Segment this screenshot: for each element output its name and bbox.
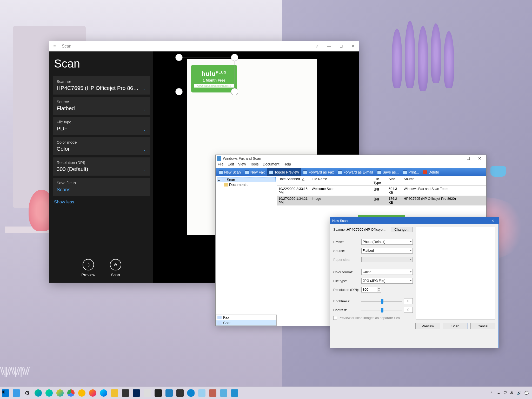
menu-file[interactable]: File: [218, 162, 224, 168]
network-tray-icon[interactable]: 🖧: [510, 391, 514, 395]
maximize-button[interactable]: ☐: [462, 156, 474, 161]
col-type[interactable]: File Type: [372, 176, 387, 185]
dialog-titlebar[interactable]: New Scan ✕: [330, 217, 498, 224]
tray-chevron-icon[interactable]: ＾: [490, 391, 494, 395]
chrome-canary-icon[interactable]: [77, 388, 87, 398]
cmd-icon[interactable]: [153, 388, 163, 398]
settings-icon[interactable]: ⚙: [22, 388, 32, 398]
edge-canary-icon[interactable]: [55, 388, 65, 398]
app-icon[interactable]: [197, 388, 207, 398]
scanner-dropdown[interactable]: Scanner HP4C7695 (HP Officejet Pro 8620 …: [53, 76, 150, 95]
scan-button[interactable]: ⊘ Scan: [110, 259, 121, 277]
new-scan-button[interactable]: New Scan: [217, 168, 243, 176]
profile-select[interactable]: Photo (Default)▾: [361, 239, 413, 245]
powershell-icon[interactable]: [131, 388, 142, 398]
taskbar[interactable]: ⊞ ⚙ ＾ ☁ ⛉ 🖧 🔊 💬: [0, 387, 532, 399]
forward-email-button[interactable]: Forward as E-mail: [336, 168, 375, 176]
toggle-preview-button[interactable]: Toggle Preview: [267, 168, 301, 176]
task-view-icon[interactable]: [142, 388, 152, 398]
crop-handle-tr[interactable]: [231, 54, 238, 61]
tree-scan-folder[interactable]: ⌄ Scan: [217, 177, 276, 182]
firefox-dev-icon[interactable]: [98, 388, 109, 398]
col-size[interactable]: Size: [387, 176, 402, 185]
scan-tab[interactable]: Scan: [216, 320, 277, 326]
crop-selection[interactable]: [179, 57, 235, 92]
tree-documents-folder[interactable]: Documents: [217, 182, 276, 187]
forward-fax-button[interactable]: Forward as Fax: [301, 168, 336, 176]
filetype-select[interactable]: JPG (JPG File)▾: [361, 278, 413, 284]
change-scanner-button[interactable]: Change...: [391, 227, 413, 232]
preview-button[interactable]: ◌ Preview: [81, 259, 95, 277]
menu-document[interactable]: Document: [263, 162, 279, 168]
security-tray-icon[interactable]: ⛉: [503, 391, 507, 395]
filetype-dropdown[interactable]: File type PDF ⌄: [53, 117, 150, 135]
scan-app-titlebar[interactable]: ≡ Scan ⤢ — ☐ ✕: [49, 41, 359, 51]
crop-handle-tl[interactable]: [175, 54, 183, 61]
preview-button[interactable]: Preview: [415, 323, 440, 329]
scan-row[interactable]: 10/22/2020 2:33:15 PM Welcome Scan .jpg …: [277, 186, 486, 196]
resolution-input[interactable]: 300: [361, 287, 377, 292]
colormode-dropdown[interactable]: Color mode Color ⌄: [53, 137, 150, 155]
edge-icon[interactable]: [33, 388, 43, 398]
store-icon[interactable]: [120, 388, 131, 398]
search-button[interactable]: [11, 388, 22, 398]
chrome-icon[interactable]: [66, 388, 76, 398]
save-as-button[interactable]: Save as...: [375, 168, 401, 176]
fax-tab[interactable]: Fax: [216, 315, 277, 320]
brightness-slider[interactable]: [361, 298, 402, 304]
edge-dev-icon[interactable]: [44, 388, 54, 398]
minimize-button[interactable]: —: [451, 156, 462, 161]
onedrive-tray-icon[interactable]: ☁: [497, 391, 500, 395]
print-button[interactable]: Print...: [401, 168, 421, 176]
contrast-slider[interactable]: [361, 307, 402, 312]
start-button[interactable]: ⊞: [0, 388, 11, 398]
explorer-icon[interactable]: [109, 388, 120, 398]
crop-handle-bl[interactable]: [175, 88, 183, 95]
new-scan-dialog: New Scan ✕ Scanner: HP4C7695 (HP Officej…: [330, 217, 499, 348]
menu-edit[interactable]: Edit: [228, 162, 234, 168]
col-source[interactable]: Source: [402, 176, 486, 185]
colorformat-select[interactable]: Color▾: [361, 269, 413, 275]
show-less-link[interactable]: Show less: [54, 200, 149, 205]
new-fax-button[interactable]: New Fax: [243, 168, 267, 176]
wfs-titlebar[interactable]: Windows Fax and Scan — ☐ ✕: [216, 155, 486, 162]
minimize-button[interactable]: —: [323, 41, 335, 51]
chevron-down-icon: ▾: [410, 240, 411, 243]
separate-files-checkbox[interactable]: Preview or scan images as separate files: [333, 316, 413, 320]
photos-icon[interactable]: [164, 388, 174, 398]
source-select[interactable]: Flatbed▾: [361, 248, 413, 254]
col-file[interactable]: File Name: [310, 176, 372, 185]
app-icon[interactable]: [229, 388, 240, 398]
menu-help[interactable]: Help: [283, 162, 291, 168]
scan-button[interactable]: Scan: [443, 323, 468, 329]
source-dropdown[interactable]: Source Flatbed ⌄: [53, 97, 150, 115]
resolution-dropdown[interactable]: Resolution (DPI) 300 (Default) ⌄: [53, 157, 150, 176]
onedrive-icon[interactable]: [186, 388, 196, 398]
close-button[interactable]: ✕: [474, 156, 485, 161]
menu-tools[interactable]: Tools: [250, 162, 259, 168]
menu-view[interactable]: View: [238, 162, 246, 168]
close-button[interactable]: ✕: [347, 41, 359, 51]
scan-row[interactable]: 10/27/2020 1:34:21 PM Image .jpg 176.2 K…: [277, 196, 486, 205]
hamburger-icon[interactable]: ≡: [49, 44, 60, 49]
delete-button[interactable]: Delete: [421, 168, 441, 176]
tree-collapse-icon[interactable]: ⌄: [217, 178, 221, 182]
scan-app-title: Scan: [60, 44, 71, 49]
volume-tray-icon[interactable]: 🔊: [517, 391, 521, 395]
close-button[interactable]: ✕: [489, 219, 496, 223]
expand-icon[interactable]: ⤢: [311, 41, 323, 51]
action-center-icon[interactable]: 💬: [524, 391, 529, 395]
resolution-stepper[interactable]: ▲▼: [377, 287, 381, 292]
brightness-value[interactable]: 0: [404, 298, 413, 304]
maximize-button[interactable]: ☐: [335, 41, 347, 51]
saveto-field[interactable]: Save file to Scans: [53, 178, 150, 196]
firefox-icon[interactable]: [88, 388, 98, 398]
app-icon[interactable]: [218, 388, 229, 398]
terminal-icon[interactable]: [175, 388, 185, 398]
app-icon[interactable]: [208, 388, 218, 398]
system-tray[interactable]: ＾ ☁ ⛉ 🖧 🔊 💬: [490, 391, 532, 395]
cancel-button[interactable]: Cancel: [470, 323, 495, 329]
crop-handle-br[interactable]: [231, 88, 238, 95]
contrast-value[interactable]: 0: [404, 307, 413, 313]
col-date[interactable]: Date Scanned △: [277, 176, 310, 185]
